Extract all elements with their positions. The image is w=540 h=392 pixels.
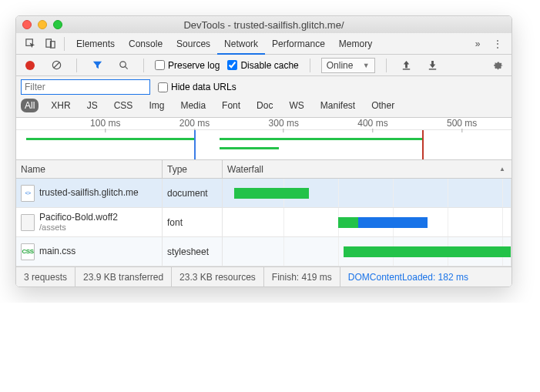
timeline-overview[interactable]: 100 ms200 ms300 ms400 ms500 ms: [16, 118, 511, 160]
table-row[interactable]: Pacifico-Bold.woff2/assetsfont: [16, 208, 511, 237]
request-name: trusted-sailfish.glitch.me: [39, 187, 139, 198]
table-row[interactable]: CSSmain.cssstylesheet: [16, 237, 511, 266]
disable-cache-checkbox[interactable]: Disable cache: [227, 60, 298, 71]
throttling-select[interactable]: Online▼: [321, 58, 375, 73]
filter-type-xhr[interactable]: XHR: [47, 99, 74, 112]
device-toolbar-icon[interactable]: [41, 35, 59, 52]
request-name: main.css: [39, 246, 75, 256]
filter-type-js[interactable]: JS: [83, 99, 102, 112]
tab-performance[interactable]: Performance: [265, 33, 332, 55]
filter-type-img[interactable]: Img: [145, 99, 168, 112]
filter-type-doc[interactable]: Doc: [253, 99, 277, 112]
download-har-icon[interactable]: [424, 57, 442, 74]
kebab-menu-icon[interactable]: ⋮: [488, 35, 507, 52]
settings-gear-icon[interactable]: [488, 57, 507, 74]
col-name[interactable]: Name: [16, 160, 163, 178]
table-row[interactable]: <>trusted-sailfish.glitch.medocument: [16, 179, 511, 208]
svg-rect-6: [429, 69, 436, 69]
filter-type-ws[interactable]: WS: [285, 99, 307, 112]
inspect-element-icon[interactable]: [21, 35, 39, 52]
filter-type-other[interactable]: Other: [367, 99, 398, 112]
request-name: Pacifico-Bold.woff2: [39, 212, 118, 223]
titlebar: DevTools - trusted-sailfish.glitch.me/: [16, 16, 511, 33]
filter-type-manifest[interactable]: Manifest: [317, 99, 359, 112]
col-type[interactable]: Type: [163, 160, 223, 178]
status-resources: 23.3 KB resources: [172, 267, 264, 286]
filter-type-media[interactable]: Media: [176, 99, 210, 112]
table-header: Name Type Waterfall▲: [16, 160, 511, 179]
record-button[interactable]: [21, 57, 39, 74]
tab-memory[interactable]: Memory: [332, 33, 379, 55]
filter-icon[interactable]: [88, 57, 106, 74]
svg-rect-5: [403, 69, 410, 69]
more-tabs-icon[interactable]: »: [468, 35, 487, 52]
filter-type-all[interactable]: All: [21, 99, 39, 112]
tabs-bar: ElementsConsoleSourcesNetworkPerformance…: [16, 33, 511, 55]
preserve-log-label: Preserve log: [168, 60, 220, 71]
tab-network[interactable]: Network: [217, 33, 265, 55]
status-bar: 3 requests 23.9 KB transferred 23.3 KB r…: [16, 266, 511, 286]
filter-type-font[interactable]: Font: [218, 99, 244, 112]
preserve-log-checkbox[interactable]: Preserve log: [155, 60, 220, 71]
request-type: stylesheet: [163, 237, 223, 266]
request-type: document: [163, 179, 223, 207]
tab-console[interactable]: Console: [122, 33, 169, 55]
tab-elements[interactable]: Elements: [69, 33, 122, 55]
clear-button[interactable]: [47, 57, 65, 74]
search-icon[interactable]: [114, 57, 132, 74]
status-finish: Finish: 419 ms: [264, 267, 340, 286]
network-toolbar: Preserve log Disable cache Online▼: [16, 55, 511, 76]
window-title: DevTools - trusted-sailfish.glitch.me/: [16, 19, 511, 31]
filter-input[interactable]: [21, 79, 150, 95]
request-type: font: [163, 208, 223, 236]
svg-point-4: [119, 62, 126, 68]
filter-type-css[interactable]: CSS: [110, 99, 137, 112]
disable-cache-label: Disable cache: [240, 60, 298, 71]
status-dcl: DOMContentLoaded: 182 ms: [340, 267, 476, 286]
status-transferred: 23.9 KB transferred: [75, 267, 172, 286]
col-waterfall[interactable]: Waterfall▲: [223, 160, 511, 178]
hide-data-urls-checkbox[interactable]: Hide data URLs: [158, 82, 236, 92]
status-requests: 3 requests: [16, 267, 75, 286]
tab-sources[interactable]: Sources: [169, 33, 217, 55]
upload-har-icon[interactable]: [397, 57, 416, 74]
